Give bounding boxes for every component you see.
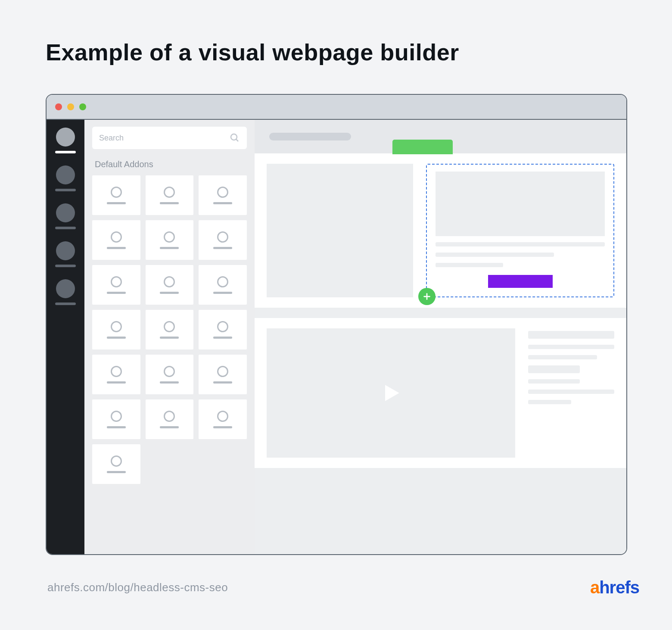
addon-label-placeholder (213, 337, 232, 339)
addon-tile[interactable] (146, 175, 194, 215)
addon-icon (217, 366, 228, 377)
addon-label-placeholder (213, 426, 232, 428)
builder-canvas (255, 120, 626, 554)
sidebar-label-placeholder (55, 151, 76, 153)
sidebar-icon (56, 128, 75, 147)
app-sidebar (47, 120, 84, 554)
heading-placeholder (528, 331, 614, 339)
canvas-section-2 (255, 318, 626, 468)
addon-tile[interactable] (92, 175, 140, 215)
window-body: Default Addons (47, 120, 626, 554)
text-line-placeholder (528, 379, 580, 384)
sidebar-item-4[interactable] (55, 241, 76, 267)
addon-label-placeholder (107, 381, 126, 384)
canvas-topbar (255, 120, 626, 153)
tab-active-indicator[interactable] (392, 140, 453, 154)
text-line-placeholder (528, 355, 597, 359)
addon-tile[interactable] (92, 265, 140, 305)
addon-label-placeholder (160, 426, 179, 428)
heading-placeholder (528, 365, 580, 373)
addon-icon (111, 187, 122, 198)
minimize-icon[interactable] (67, 103, 74, 110)
text-line-placeholder (528, 390, 614, 394)
svg-point-0 (231, 134, 237, 140)
sidebar-item-2[interactable] (55, 165, 76, 191)
addon-icon (111, 276, 122, 287)
add-block-button[interactable] (418, 288, 436, 305)
sidebar-item-5[interactable] (55, 279, 76, 305)
addon-icon (164, 231, 175, 243)
addon-label-placeholder (160, 202, 179, 204)
sidebar-label-placeholder (55, 265, 76, 267)
text-line-placeholder (436, 263, 503, 267)
addon-tile[interactable] (146, 310, 194, 349)
breadcrumb-placeholder (269, 133, 351, 140)
addon-label-placeholder (160, 247, 179, 249)
addon-icon (217, 321, 228, 332)
addon-icon (164, 366, 175, 377)
sidebar-icon (56, 241, 75, 260)
close-icon[interactable] (55, 103, 62, 110)
sidebar-label-placeholder (55, 189, 76, 191)
addon-label-placeholder (107, 202, 126, 204)
window-titlebar (47, 95, 626, 120)
page-title: Example of a visual webpage builder (46, 39, 459, 65)
addon-tile[interactable] (199, 355, 247, 394)
sidebar-icon (56, 203, 75, 222)
addon-tile[interactable] (92, 220, 140, 260)
play-icon (379, 381, 403, 405)
addon-tile[interactable] (199, 310, 247, 349)
addon-icon (217, 276, 228, 287)
addon-tile[interactable] (92, 355, 140, 394)
addon-icon (217, 187, 228, 198)
text-line-placeholder (528, 400, 571, 404)
addon-tile[interactable] (199, 175, 247, 215)
drop-target[interactable] (426, 164, 614, 297)
sidebar-text-column (528, 328, 614, 458)
sidebar-label-placeholder (55, 227, 76, 229)
addon-label-placeholder (213, 292, 232, 294)
addon-tile[interactable] (199, 265, 247, 305)
brand-rest: hrefs (599, 578, 639, 597)
cta-button-placeholder[interactable] (488, 275, 553, 288)
plus-icon (422, 292, 432, 301)
addon-icon (164, 411, 175, 422)
addon-tile[interactable] (199, 399, 247, 439)
addon-label-placeholder (107, 471, 126, 473)
addon-label-placeholder (107, 426, 126, 428)
maximize-icon[interactable] (79, 103, 86, 110)
addon-tile[interactable] (146, 399, 194, 439)
addon-tile[interactable] (146, 265, 194, 305)
addon-tile[interactable] (146, 355, 194, 394)
sidebar-item-3[interactable] (55, 203, 76, 229)
source-url: ahrefs.com/blog/headless-cms-seo (47, 581, 228, 594)
sidebar-label-placeholder (55, 303, 76, 305)
addon-label-placeholder (213, 247, 232, 249)
sidebar-item-1[interactable] (55, 128, 76, 153)
addon-tile[interactable] (92, 399, 140, 439)
search-icon (230, 133, 240, 143)
addon-label-placeholder (107, 337, 126, 339)
addon-label-placeholder (160, 381, 179, 384)
addon-label-placeholder (160, 337, 179, 339)
text-line-placeholder (436, 253, 554, 257)
addon-tile[interactable] (92, 310, 140, 349)
search-input[interactable] (99, 134, 185, 143)
addons-heading: Default Addons (95, 159, 247, 169)
browser-window: Default Addons (46, 94, 627, 555)
card-image-placeholder (436, 172, 605, 236)
brand-first-letter: a (590, 578, 599, 597)
image-footer: ahrefs.com/blog/headless-cms-seo ahrefs (47, 578, 639, 597)
canvas-section-1 (255, 153, 626, 308)
addon-icon (111, 411, 122, 422)
text-line-placeholder (528, 345, 614, 349)
image-placeholder[interactable] (267, 164, 413, 297)
addon-tile[interactable] (199, 220, 247, 260)
addon-label-placeholder (160, 292, 179, 294)
addon-tile[interactable] (92, 444, 140, 484)
addon-label-placeholder (107, 247, 126, 249)
video-placeholder[interactable] (267, 328, 515, 458)
search-box[interactable] (92, 127, 247, 149)
addon-tile[interactable] (146, 220, 194, 260)
addon-icon (164, 187, 175, 198)
